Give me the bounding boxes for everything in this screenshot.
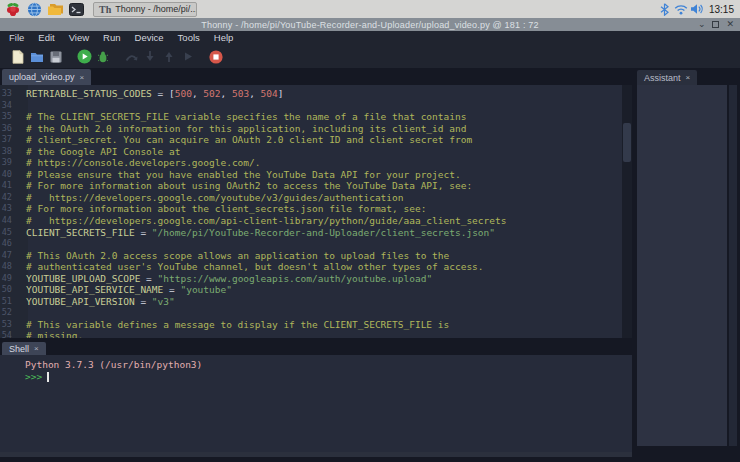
menu-item-device[interactable]: Device bbox=[128, 31, 171, 45]
wifi-icon[interactable] bbox=[673, 1, 689, 17]
code-line: 44# https://developers.google.com/api-cl… bbox=[0, 215, 622, 227]
code-text: # https://console.developers.google.com/… bbox=[20, 157, 261, 169]
menu-item-run[interactable]: Run bbox=[96, 31, 127, 45]
resume-button[interactable] bbox=[179, 47, 197, 67]
shell-welcome-text: Python 3.7.3 (/usr/bin/python3) bbox=[25, 359, 632, 371]
toolbar bbox=[0, 45, 740, 68]
menubar: FileEditViewRunDeviceToolsHelp bbox=[0, 31, 740, 45]
taskbar-window-button[interactable]: Th Thonny - /home/pi/... bbox=[93, 2, 197, 17]
line-number: 34 bbox=[0, 100, 20, 112]
step-out-button[interactable] bbox=[160, 47, 178, 67]
menu-item-edit[interactable]: Edit bbox=[31, 31, 61, 45]
code-line: 47# This OAuth 2.0 access scope allows a… bbox=[0, 250, 622, 262]
thonny-icon: Th bbox=[99, 4, 111, 15]
debug-script-button[interactable] bbox=[94, 47, 112, 67]
line-number: 50 bbox=[0, 284, 20, 296]
code-text: # For more information about using OAuth… bbox=[20, 180, 472, 192]
code-text: # https://developers.google.com/youtube/… bbox=[20, 192, 404, 204]
code-line: 34 bbox=[0, 100, 622, 112]
code-line: 54# missing. bbox=[0, 330, 622, 338]
tab-close-icon[interactable]: × bbox=[34, 344, 39, 353]
code-text bbox=[20, 100, 26, 112]
code-text: # Please ensure that you have enabled th… bbox=[20, 169, 461, 181]
window-titlebar[interactable]: Thonny - /home/pi/YouTube-Recorder-and-U… bbox=[0, 18, 740, 31]
window-title: Thonny - /home/pi/YouTube-Recorder-and-U… bbox=[201, 20, 538, 30]
open-file-button[interactable] bbox=[28, 47, 46, 67]
shell-prompt: >>> bbox=[25, 371, 42, 383]
tab-close-icon[interactable]: × bbox=[686, 73, 691, 82]
line-number: 53 bbox=[0, 319, 20, 331]
code-text: # The CLIENT_SECRETS_FILE variable speci… bbox=[20, 111, 466, 123]
code-text: RETRIABLE_STATUS_CODES = [500, 502, 503,… bbox=[20, 88, 284, 100]
web-browser-icon[interactable] bbox=[25, 1, 43, 17]
maximize-icon[interactable] bbox=[712, 21, 719, 28]
code-text: # authenticated user's YouTube channel, … bbox=[20, 261, 484, 273]
step-into-button[interactable] bbox=[141, 47, 159, 67]
line-number: 45 bbox=[0, 227, 20, 239]
code-line: 43# For more information about the clien… bbox=[0, 203, 622, 215]
close-icon[interactable]: ✕ bbox=[726, 18, 734, 31]
taskbar: Th Thonny - /home/pi/... 13:15 bbox=[0, 0, 740, 18]
line-number: 51 bbox=[0, 296, 20, 308]
file-manager-icon[interactable] bbox=[46, 1, 64, 17]
shell-hscrollbar[interactable] bbox=[0, 452, 632, 457]
code-text: # https://developers.google.com/api-clie… bbox=[20, 215, 506, 227]
tab-close-icon[interactable]: × bbox=[80, 73, 85, 82]
tab-shell[interactable]: Shell × bbox=[2, 342, 46, 355]
line-number: 48 bbox=[0, 261, 20, 273]
code-line: 37# client_secret. You can acquire an OA… bbox=[0, 134, 622, 146]
line-number: 42 bbox=[0, 192, 20, 204]
terminal-icon[interactable] bbox=[67, 1, 85, 17]
minimize-icon[interactable]: ⌄ bbox=[698, 18, 706, 31]
code-text: # missing. bbox=[20, 330, 83, 338]
code-line: 38# the Google API Console at bbox=[0, 146, 622, 158]
taskbar-clock[interactable]: 13:15 bbox=[709, 4, 734, 15]
bluetooth-icon[interactable] bbox=[657, 1, 673, 17]
assistant-scrollbar[interactable] bbox=[729, 85, 737, 446]
code-text: # This variable defines a message to dis… bbox=[20, 319, 449, 331]
editor-scrollbar[interactable] bbox=[622, 85, 632, 338]
code-line: 46 bbox=[0, 238, 622, 250]
new-file-button[interactable] bbox=[9, 47, 27, 67]
code-text: # This OAuth 2.0 access scope allows an … bbox=[20, 250, 449, 262]
code-line: 45CLIENT_SECRETS_FILE = "/home/pi/YouTub… bbox=[0, 227, 622, 239]
line-number: 36 bbox=[0, 123, 20, 135]
code-editor[interactable]: 33RETRIABLE_STATUS_CODES = [500, 502, 50… bbox=[0, 85, 622, 338]
line-number: 47 bbox=[0, 250, 20, 262]
code-line: 42# https://developers.google.com/youtub… bbox=[0, 192, 622, 204]
code-line: 52 bbox=[0, 307, 622, 319]
line-number: 49 bbox=[0, 273, 20, 285]
step-over-button[interactable] bbox=[122, 47, 140, 67]
volume-icon[interactable] bbox=[689, 1, 705, 17]
text-cursor bbox=[47, 372, 49, 382]
code-line: 49YOUTUBE_UPLOAD_SCOPE = "https://www.go… bbox=[0, 273, 622, 285]
tab-assistant[interactable]: Assistant × bbox=[637, 70, 697, 85]
code-text: # the OAuth 2.0 information for this app… bbox=[20, 123, 466, 135]
code-line: 51YOUTUBE_API_VERSION = "v3" bbox=[0, 296, 622, 308]
line-number: 35 bbox=[0, 111, 20, 123]
code-line: 33RETRIABLE_STATUS_CODES = [500, 502, 50… bbox=[0, 88, 622, 100]
menu-item-help[interactable]: Help bbox=[207, 31, 241, 45]
line-number: 40 bbox=[0, 169, 20, 181]
tab-label: Shell bbox=[9, 344, 29, 354]
code-line: 48# authenticated user's YouTube channel… bbox=[0, 261, 622, 273]
shell-panel[interactable]: Python 3.7.3 (/usr/bin/python3) >>> bbox=[0, 355, 632, 457]
raspberry-menu-icon[interactable] bbox=[4, 1, 22, 17]
code-line: 40# Please ensure that you have enabled … bbox=[0, 169, 622, 181]
run-script-button[interactable] bbox=[75, 47, 93, 67]
tab-label: Assistant bbox=[644, 73, 681, 83]
code-text bbox=[20, 238, 26, 250]
menu-item-tools[interactable]: Tools bbox=[171, 31, 207, 45]
menu-item-view[interactable]: View bbox=[62, 31, 96, 45]
menu-item-file[interactable]: File bbox=[2, 31, 31, 45]
line-number: 54 bbox=[0, 330, 20, 338]
code-text: # client_secret. You can acquire an OAut… bbox=[20, 134, 472, 146]
line-number: 33 bbox=[0, 88, 20, 100]
line-number: 37 bbox=[0, 134, 20, 146]
stop-button[interactable] bbox=[207, 47, 225, 67]
save-file-button[interactable] bbox=[47, 47, 65, 67]
code-text: # the Google API Console at bbox=[20, 146, 180, 158]
code-line: 39# https://console.developers.google.co… bbox=[0, 157, 622, 169]
editor-scrollbar-thumb[interactable] bbox=[623, 123, 631, 162]
tab-upload-video[interactable]: upload_video.py × bbox=[2, 69, 91, 85]
